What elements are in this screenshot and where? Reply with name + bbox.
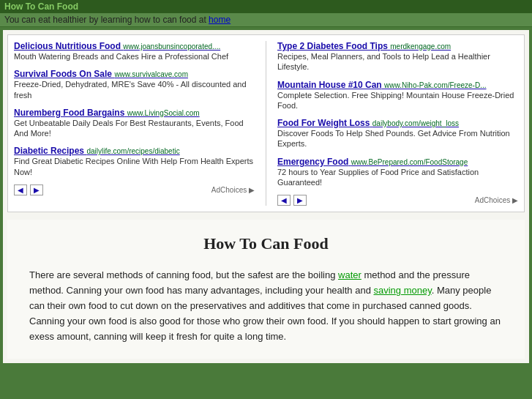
ad-choices-left: AdChoices ▶ [211,186,255,194]
list-item: Nuremberg Food Bargains www.LivingSocial… [14,108,255,139]
ad-desc: Discover Foods To Help Shed Pounds. Get … [277,128,518,149]
ad-desc: Mouth Watering Breads and Cakes Hire a P… [14,51,255,61]
ad-footer-left: ◀ ▶ AdChoices ▶ [14,184,255,195]
ad-title[interactable]: Type 2 Diabetes Food Tips merdkengage.co… [277,41,518,51]
ad-section: Delicious Nutritious Food www.joansbunsi… [7,34,525,212]
ad-title[interactable]: Food For Weight Loss dailybody.com/weigh… [277,118,518,128]
ad-desc: Freeze-Dried, Dehydrated, MRE's Save 40%… [14,79,255,100]
ad-column-left: Delicious Nutritious Food www.joansbunsi… [14,41,255,206]
ad-title[interactable]: Diabetic Recipes dailylife.com/recipes/d… [14,146,255,156]
article-title: How To Can Food [29,234,503,253]
ad-title[interactable]: Survival Foods On Sale www.survivalcave.… [14,69,255,79]
ad-desc: Recipes, Meal Planners, and Tools to Hel… [277,51,518,72]
list-item: Mountain House #10 Can www.Niho-Pak.com/… [277,80,518,111]
water-link[interactable]: water [338,269,361,280]
subtitle-bar: You can eat healthier by learning how to… [0,13,532,27]
article-text-1: There are several methods of canning foo… [29,269,338,280]
subtitle-text: You can eat healthier by learning how to… [4,15,209,25]
ad-column-divider [266,41,266,206]
ad-title[interactable]: Nuremberg Food Bargains www.LivingSocial… [14,108,255,118]
ad-desc: Find Great Diabetic Recipes Online With … [14,156,255,177]
home-link[interactable]: home [209,15,231,25]
list-item: Survival Foods On Sale www.survivalcave.… [14,69,255,100]
ad-title[interactable]: Emergency Food www.BePrepared.com/FoodSt… [277,157,518,167]
next-ad-button-right[interactable]: ▶ [293,195,307,206]
title-link[interactable]: How To Can Food [4,1,78,12]
ad-title[interactable]: Delicious Nutritious Food www.joansbunsi… [14,41,255,51]
ad-desc: Complete Selection. Free Shipping! Mount… [277,90,518,111]
ad-desc: Get Unbeatable Daily Deals For Best Rest… [14,118,255,139]
ad-choices-right: AdChoices ▶ [475,196,518,204]
main-content: Delicious Nutritious Food www.joansbunsi… [3,30,529,363]
saving-money-link[interactable]: saving money [373,285,431,296]
ad-title[interactable]: Mountain House #10 Can www.Niho-Pak.com/… [277,80,518,90]
list-item: Emergency Food www.BePrepared.com/FoodSt… [277,157,518,188]
prev-ad-button[interactable]: ◀ [14,184,27,195]
ad-footer-right: ◀ ▶ AdChoices ▶ [277,195,518,206]
next-ad-button[interactable]: ▶ [30,184,43,195]
title-bar: How To Can Food [0,0,532,13]
list-item: Food For Weight Loss dailybody.com/weigh… [277,118,518,149]
list-item: Type 2 Diabetes Food Tips merdkengage.co… [277,41,518,72]
article-section: How To Can Food There are several method… [7,220,525,359]
prev-ad-button-right[interactable]: ◀ [277,195,291,206]
article-body: There are several methods of canning foo… [29,268,503,344]
ad-desc: 72 hours to Year Supplies of Food Price … [277,167,518,188]
ad-column-right: Type 2 Diabetes Food Tips merdkengage.co… [277,41,518,206]
list-item: Delicious Nutritious Food www.joansbunsi… [14,41,255,61]
list-item: Diabetic Recipes dailylife.com/recipes/d… [14,146,255,177]
